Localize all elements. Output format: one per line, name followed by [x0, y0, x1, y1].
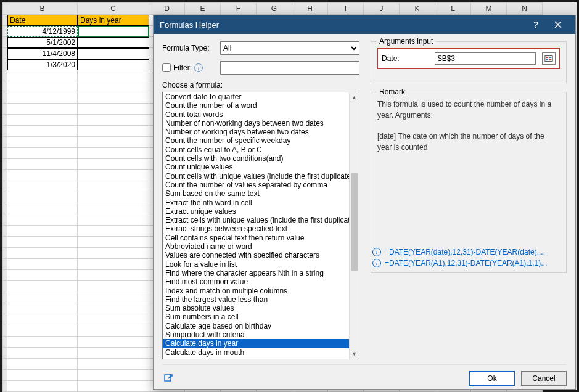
column-header[interactable]: E [185, 2, 221, 15]
cell[interactable] [7, 237, 78, 248]
column-header[interactable]: L [435, 2, 471, 15]
formula-list-item[interactable]: Convert date to quarter [163, 92, 349, 101]
scroll-down-icon[interactable]: ▼ [350, 349, 359, 359]
cell[interactable] [78, 259, 149, 270]
cell[interactable] [78, 137, 149, 148]
cell[interactable] [78, 70, 149, 81]
range-picker-button[interactable] [542, 52, 556, 65]
cell[interactable] [78, 292, 149, 303]
cell[interactable] [7, 104, 78, 115]
cell[interactable] [7, 92, 78, 104]
cell[interactable] [7, 259, 78, 270]
ok-button[interactable]: Ok [469, 371, 515, 386]
formula-list-item[interactable]: Sumproduct with criteria [163, 330, 349, 339]
cell[interactable] [78, 159, 149, 170]
cell[interactable] [78, 237, 149, 248]
scrollbar[interactable]: ▲ ▼ [349, 92, 359, 359]
formula-link-2[interactable]: i =DATE(YEAR(A1),12,31)-DATE(YEAR(A1),1,… [372, 259, 565, 267]
cell[interactable] [7, 292, 78, 303]
formula-link-1[interactable]: i =DATE(YEAR(date),12,31)-DATE(YEAR(date… [372, 248, 565, 256]
cell[interactable] [7, 270, 78, 281]
cell[interactable] [7, 81, 78, 92]
formula-list-item[interactable]: Find where the character appears Nth in … [163, 269, 349, 277]
corner-cell[interactable] [2, 2, 7, 15]
cell[interactable] [78, 170, 149, 181]
cell[interactable] [78, 104, 149, 115]
filter-checkbox[interactable] [162, 63, 171, 72]
info-icon[interactable]: i [194, 63, 203, 72]
cell[interactable] [7, 192, 78, 203]
cancel-button[interactable]: Cancel [521, 371, 567, 386]
column-header[interactable]: I [328, 2, 364, 15]
popout-icon[interactable] [162, 372, 175, 385]
formula-list-item[interactable]: Count unique values [163, 163, 349, 171]
formula-list-item[interactable]: Extract the nth word in cell [163, 198, 349, 207]
column-header[interactable]: N [507, 2, 543, 15]
cell[interactable] [7, 370, 78, 381]
formula-list-item[interactable]: Extract unique values [163, 207, 349, 216]
column-header[interactable]: M [471, 2, 507, 15]
cell[interactable] [7, 226, 78, 237]
cell[interactable] [7, 281, 78, 292]
formula-list-item[interactable]: Count total words [163, 110, 349, 119]
cell[interactable] [78, 126, 149, 137]
formula-list-item[interactable]: Find most common value [163, 277, 349, 286]
formula-list-item[interactable]: Extract strings between specified text [163, 224, 349, 233]
cell[interactable]: Date [7, 15, 78, 26]
cell[interactable]: 5/1/2002 [7, 37, 78, 48]
formula-list-item[interactable]: Count cells equal to A, B or C [163, 145, 349, 154]
cell[interactable] [7, 126, 78, 137]
cell[interactable] [78, 59, 149, 70]
formula-list-item[interactable]: Find the largest value less than [163, 295, 349, 304]
formula-list-item[interactable]: Count the number of a word [163, 101, 349, 110]
formula-list-item[interactable]: Calculate days in mouth [163, 348, 349, 357]
date-arg-input[interactable] [435, 52, 536, 65]
cell[interactable] [78, 359, 149, 370]
formula-list-item[interactable]: Index and match on multiple columns [163, 287, 349, 295]
filter-input[interactable] [220, 61, 359, 75]
cell[interactable] [7, 381, 78, 392]
cell[interactable] [7, 203, 78, 214]
cell[interactable] [7, 303, 78, 314]
formula-list-item[interactable]: Count the number of specific weekday [163, 136, 349, 145]
cell[interactable] [78, 381, 149, 392]
formula-list-item[interactable]: Count cells with two conditions(and) [163, 154, 349, 163]
cell[interactable] [7, 170, 78, 181]
cell[interactable] [78, 337, 149, 348]
cell[interactable] [78, 348, 149, 359]
cell[interactable] [78, 181, 149, 192]
formula-list-item[interactable]: Number of non-working days between two d… [163, 119, 349, 128]
cell[interactable] [7, 348, 78, 359]
formula-list-item[interactable]: Sum absolute values [163, 304, 349, 312]
cell[interactable] [78, 92, 149, 104]
column-header[interactable]: D [149, 2, 185, 15]
cell[interactable] [7, 248, 78, 259]
column-header[interactable]: C [78, 2, 149, 15]
cell[interactable]: 1/3/2020 [7, 59, 78, 70]
cell[interactable] [78, 314, 149, 325]
cell[interactable] [7, 325, 78, 337]
cell[interactable] [7, 70, 78, 81]
formula-list-item[interactable]: Calculate days in year [163, 339, 349, 348]
column-header[interactable]: K [400, 2, 435, 15]
formula-list-item[interactable]: Count cells with unique values (include … [163, 172, 349, 181]
column-header[interactable]: J [364, 2, 400, 15]
formula-list-item[interactable]: Values are connected with specified char… [163, 251, 349, 259]
formula-listbox[interactable]: Convert date to quarterCount the number … [162, 92, 359, 359]
column-header[interactable]: G [257, 2, 292, 15]
cell[interactable]: 4/12/1999 [7, 26, 78, 37]
cell[interactable] [7, 314, 78, 325]
column-header[interactable]: B [7, 2, 78, 15]
cell[interactable] [78, 148, 149, 159]
close-button[interactable] [547, 15, 569, 34]
cell[interactable] [78, 214, 149, 226]
formula-list-item[interactable]: Number of working days between two dates [163, 128, 349, 136]
cell[interactable] [7, 159, 78, 170]
formula-list-item[interactable]: Extract cells with unique values (includ… [163, 216, 349, 224]
formula-list-item[interactable]: Calculate age based on birthday [163, 322, 349, 330]
cell[interactable] [78, 370, 149, 381]
formula-list-item[interactable]: Sum numbers in a cell [163, 312, 349, 321]
cell[interactable] [78, 325, 149, 337]
cell[interactable] [7, 359, 78, 370]
cell[interactable] [78, 48, 149, 59]
